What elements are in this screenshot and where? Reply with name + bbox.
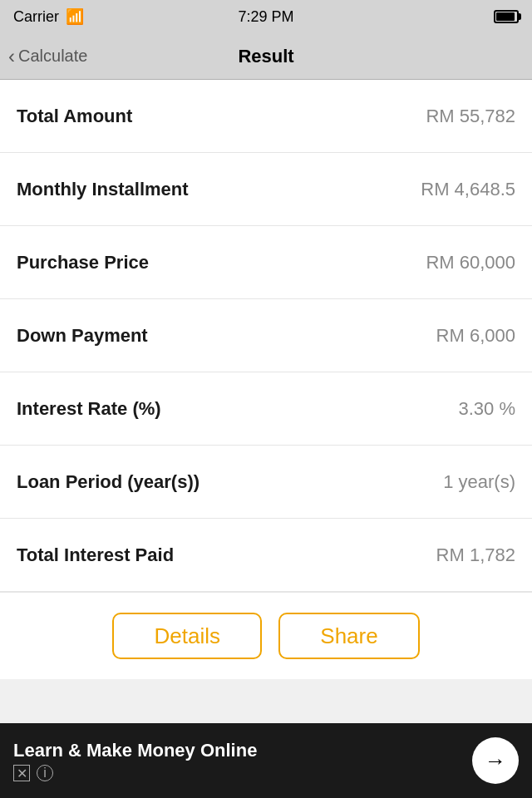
status-bar-left: Carrier 📶: [13, 7, 84, 26]
down-payment-row: Down Payment RM 6,000: [0, 299, 532, 372]
total-interest-value: RM 1,782: [436, 544, 515, 566]
monthly-installment-value: RM 4,648.5: [421, 179, 515, 200]
ad-main-text: Learn & Make Money Online: [13, 740, 257, 761]
page-title: Result: [238, 46, 293, 67]
nav-bar: ‹ Calculate Result: [0, 33, 532, 80]
interest-rate-row: Interest Rate (%) 3.30 %: [0, 372, 532, 446]
share-button[interactable]: Share: [278, 613, 419, 659]
details-button[interactable]: Details: [112, 613, 262, 659]
status-bar: Carrier 📶 7:29 PM: [0, 0, 532, 33]
ad-banner[interactable]: Learn & Make Money Online ✕ i →: [0, 723, 532, 798]
back-button-label: Calculate: [18, 47, 87, 66]
down-payment-label: Down Payment: [17, 325, 436, 347]
monthly-installment-label: Monthly Installment: [17, 179, 421, 200]
back-chevron-icon: ‹: [8, 47, 15, 66]
interest-rate-value: 3.30 %: [459, 398, 516, 420]
loan-period-value: 1 year(s): [443, 471, 515, 493]
total-amount-row: Total Amount RM 55,782: [0, 80, 532, 153]
results-content: Total Amount RM 55,782 Monthly Installme…: [0, 80, 532, 679]
status-bar-time: 7:29 PM: [238, 8, 293, 26]
action-buttons-area: Details Share: [0, 592, 532, 679]
down-payment-value: RM 6,000: [436, 325, 515, 347]
total-interest-row: Total Interest Paid RM 1,782: [0, 519, 532, 592]
ad-text-area: Learn & Make Money Online ✕ i: [13, 740, 257, 781]
battery-icon: [494, 10, 519, 23]
ad-close-icon[interactable]: ✕: [13, 765, 30, 781]
total-amount-label: Total Amount: [17, 106, 426, 127]
ad-info-icon[interactable]: i: [37, 765, 53, 781]
carrier-label: Carrier: [13, 8, 59, 26]
purchase-price-value: RM 60,000: [426, 252, 515, 273]
status-bar-right: [494, 10, 519, 23]
interest-rate-label: Interest Rate (%): [17, 398, 459, 420]
ad-icons-row: ✕ i: [13, 765, 257, 781]
ad-arrow-button[interactable]: →: [472, 737, 519, 784]
purchase-price-label: Purchase Price: [17, 252, 426, 273]
total-interest-label: Total Interest Paid: [17, 544, 436, 566]
ad-arrow-icon: →: [485, 748, 506, 774]
back-button[interactable]: ‹ Calculate: [8, 47, 87, 66]
total-amount-value: RM 55,782: [426, 106, 515, 127]
loan-period-label: Loan Period (year(s)): [17, 471, 443, 493]
monthly-installment-row: Monthly Installment RM 4,648.5: [0, 153, 532, 226]
loan-period-row: Loan Period (year(s)) 1 year(s): [0, 446, 532, 519]
wifi-icon: 📶: [66, 7, 84, 26]
purchase-price-row: Purchase Price RM 60,000: [0, 226, 532, 299]
